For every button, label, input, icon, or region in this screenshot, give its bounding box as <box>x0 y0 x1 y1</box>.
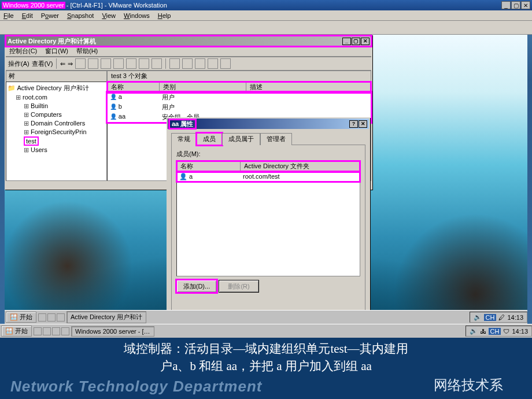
menu-file[interactable]: FFileile <box>3 12 14 19</box>
vmware-menubar: FFileile Edit Power Snapshot View Window… <box>0 10 532 21</box>
tb-action[interactable]: 操作(A) <box>8 60 29 68</box>
newgroup-icon[interactable] <box>182 58 193 69</box>
newuser-icon[interactable] <box>169 58 180 69</box>
ql-ie-icon[interactable] <box>38 313 46 322</box>
close-icon[interactable]: ✕ <box>521 1 530 9</box>
tree-header: 树 <box>6 71 107 82</box>
delete-icon[interactable] <box>126 58 136 69</box>
ql-desktop-icon[interactable] <box>47 313 56 322</box>
export-icon[interactable] <box>139 58 149 69</box>
tabstrip: 常规 成员 成员属于 管理者 <box>168 129 369 145</box>
remove-button: 删除(R) <box>219 280 259 293</box>
tree-domain[interactable]: root.com <box>8 93 105 102</box>
start-button[interactable]: 🪟开始 <box>6 312 36 323</box>
tray-icon[interactable]: 🖊 <box>498 314 505 321</box>
task-aduc[interactable]: Active Directory 用户和计 <box>66 311 146 323</box>
menu-windows[interactable]: Windows <box>124 12 150 19</box>
members-list[interactable]: 名称 Active Directory 文件夹 👤 a root.com/tes… <box>176 161 360 276</box>
member-row[interactable]: 👤 a root.com/test <box>177 172 360 182</box>
tree-builtin[interactable]: Builtin <box>8 102 105 110</box>
list-row[interactable]: a 用户 <box>108 93 371 102</box>
filter-icon[interactable] <box>208 58 218 69</box>
list-title: test 3 个对象 <box>107 71 371 82</box>
menu-snapshot[interactable]: Snapshot <box>67 12 94 19</box>
tree-test[interactable]: test <box>24 136 39 146</box>
ql-icon[interactable] <box>34 327 42 335</box>
vmware-toolbar <box>0 21 532 35</box>
col-type[interactable]: 类别 <box>160 82 246 92</box>
menu-window[interactable]: 窗口(W) <box>45 47 68 56</box>
tree-pane[interactable]: Active Directory 用户和计 root.com Builtin C… <box>6 82 107 181</box>
menu-help[interactable]: 帮助(H) <box>76 47 98 56</box>
system-tray[interactable]: 🔊 CH 🖊 14:13 <box>470 312 527 323</box>
menu-power[interactable]: Power <box>41 12 59 19</box>
list-columns: 名称 类别 描述 <box>108 82 371 93</box>
list-row[interactable]: b 用户 <box>108 102 371 112</box>
minimize-icon[interactable]: _ <box>342 38 351 45</box>
add-button[interactable]: 添加(D)... <box>176 280 217 293</box>
aduc-title: Active Directory 用户和计算机 <box>8 37 96 46</box>
tray-icon[interactable]: 🛡 <box>503 328 509 335</box>
tree-root[interactable]: Active Directory 用户和计 <box>8 83 105 93</box>
menu-console[interactable]: 控制台(C) <box>9 47 37 56</box>
tab-managedby[interactable]: 管理者 <box>260 133 292 145</box>
guest-taskbar: 🪟开始 Active Directory 用户和计 🔊 CH 🖊 14:13 <box>5 310 527 324</box>
system-tray[interactable]: 🔊 🖧 CH 🛡 14:13 <box>466 326 532 337</box>
ql-icon[interactable] <box>43 327 51 335</box>
aduc-menubar: 控制台(C) 窗口(W) 帮助(H) <box>6 46 371 57</box>
col-desc[interactable]: 描述 <box>246 82 371 92</box>
tab-members[interactable]: 成员 <box>197 133 222 145</box>
slide-caption: 域控制器：活动目录—域内建组织单元test—其内建用 户a、b 和组 aa，并把… <box>0 338 532 399</box>
menu-help[interactable]: Help <box>158 12 171 19</box>
tab-memberof[interactable]: 成员属于 <box>222 133 260 145</box>
vm-title-rest: - [Ctrl-Alt-F1] - VMware Workstation <box>66 2 167 9</box>
maximize-icon[interactable]: ▢ <box>352 38 360 45</box>
props-icon[interactable] <box>101 58 111 69</box>
members-label: 成员(M): <box>176 150 360 158</box>
show-icon[interactable] <box>88 58 98 69</box>
start-button[interactable]: 🪟开始 <box>1 326 32 337</box>
find-icon[interactable] <box>220 58 231 69</box>
tab-panel: 成员(M): 名称 Active Directory 文件夹 👤 a root.… <box>171 145 365 316</box>
tree-dcs[interactable]: Domain Controllers <box>8 119 105 128</box>
tree-fsp[interactable]: ForeignSecurityPrin <box>8 128 105 136</box>
newou-icon[interactable] <box>195 58 205 69</box>
close-icon[interactable]: ✕ <box>361 38 370 45</box>
up-icon[interactable] <box>75 58 86 69</box>
tree-users[interactable]: Users <box>8 146 105 154</box>
vmware-titlebar: Windows 2000 server - [Ctrl-Alt-F1] - VM… <box>0 0 532 10</box>
help-icon[interactable]: ? <box>349 120 358 128</box>
refresh-icon[interactable] <box>113 58 124 69</box>
ql-icon[interactable] <box>52 327 60 335</box>
ime-badge[interactable]: CH <box>489 328 501 335</box>
col-name[interactable]: 名称 <box>108 82 160 92</box>
mcol-name[interactable]: 名称 <box>177 161 241 171</box>
tray-icon[interactable]: 🖧 <box>480 328 486 335</box>
forward-icon[interactable]: ⇒ <box>68 60 73 68</box>
clock: 14:13 <box>512 328 528 335</box>
tab-general[interactable]: 常规 <box>171 133 197 145</box>
minimize-icon[interactable]: _ <box>501 1 511 9</box>
ql-icon[interactable] <box>61 327 69 335</box>
task-vmware[interactable]: Windows 2000 server - [… <box>71 326 154 337</box>
aduc-titlebar[interactable]: Active Directory 用户和计算机 _ ▢ ✕ <box>6 36 371 46</box>
help-icon[interactable] <box>152 58 162 69</box>
caption-line1: 域控制器：活动目录—域内建组织单元test—其内建用 <box>0 340 532 357</box>
caption-line2: 户a、b 和组 aa，并把 a 用户加入到组 aa <box>0 357 532 375</box>
mcol-folder[interactable]: Active Directory 文件夹 <box>241 161 360 171</box>
props-title: aa 属性 <box>169 120 195 128</box>
tb-view[interactable]: 查看(V) <box>32 60 53 68</box>
dept-cn: 网络技术系 <box>434 376 503 394</box>
tray-icon[interactable]: 🔊 <box>470 327 478 335</box>
menu-view[interactable]: View <box>102 12 116 19</box>
menu-edit[interactable]: Edit <box>22 12 33 19</box>
back-icon[interactable]: ⇐ <box>60 60 65 68</box>
props-titlebar[interactable]: aa 属性 ? ✕ <box>168 119 369 129</box>
close-icon[interactable]: ✕ <box>359 120 367 128</box>
ime-badge[interactable]: CH <box>484 314 497 321</box>
tree-computers[interactable]: Computers <box>8 110 105 119</box>
ql-oe-icon[interactable] <box>57 313 65 322</box>
maximize-icon[interactable]: ▢ <box>511 1 520 9</box>
tray-icon[interactable]: 🔊 <box>474 313 482 321</box>
guest-desktop: Active Directory 用户和计算机 _ ▢ ✕ 控制台(C) 窗口(… <box>5 35 527 324</box>
